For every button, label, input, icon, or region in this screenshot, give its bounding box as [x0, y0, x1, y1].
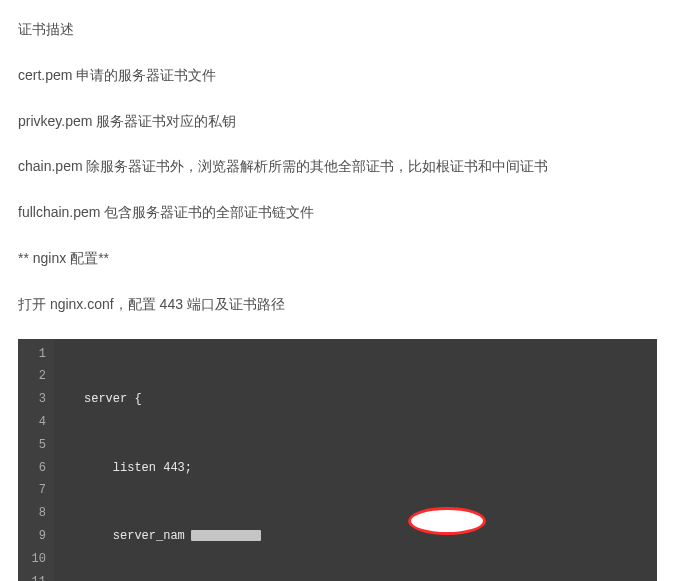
para-privkey-pem: privkey.pem 服务器证书对应的私钥 [18, 110, 657, 134]
redaction-gray-icon [191, 530, 261, 541]
code-block-nginx[interactable]: 1 2 3 4 5 6 7 8 9 10 11 12 13 server { l… [18, 339, 657, 581]
line-number: 3 [18, 388, 46, 411]
code-text: server_nam [84, 529, 185, 543]
line-number: 10 [18, 548, 46, 571]
line-number: 9 [18, 525, 46, 548]
line-number: 2 [18, 365, 46, 388]
line-number: 7 [18, 479, 46, 502]
para-cert-pem: cert.pem 申请的服务器证书文件 [18, 64, 657, 88]
heading-cert-desc: 证书描述 [18, 18, 657, 42]
line-number: 11 [18, 571, 46, 581]
line-number: 6 [18, 457, 46, 480]
line-number: 8 [18, 502, 46, 525]
code-content[interactable]: server { listen 443; server_nam root /us… [84, 343, 657, 581]
heading-nginx-config: ** nginx 配置** [18, 247, 657, 271]
para-chain-pem: chain.pem 除服务器证书外，浏览器解析所需的其他全部证书，比如根证书和中… [18, 155, 657, 179]
code-gutter: 1 2 3 4 5 6 7 8 9 10 11 12 13 [18, 339, 54, 581]
code-line: server { [84, 388, 657, 411]
para-fullchain-pem: fullchain.pem 包含服务器证书的全部证书链文件 [18, 201, 657, 225]
para-open-nginx-conf: 打开 nginx.conf，配置 443 端口及证书路径 [18, 293, 657, 317]
line-number: 1 [18, 343, 46, 366]
code-line: listen 443; [84, 457, 657, 480]
redaction-ellipse-icon [408, 507, 486, 535]
code-line: server_nam [84, 525, 657, 548]
line-number: 5 [18, 434, 46, 457]
line-number: 4 [18, 411, 46, 434]
